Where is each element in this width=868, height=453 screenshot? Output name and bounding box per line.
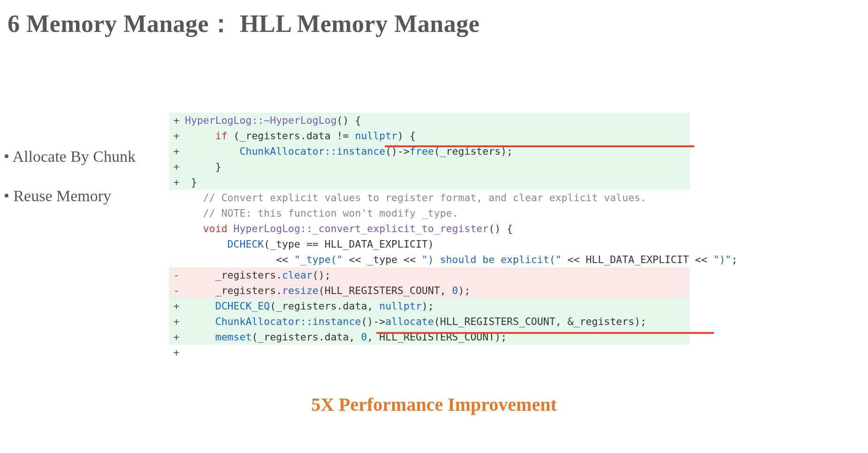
code-token: () { — [488, 223, 513, 234]
code-token: (_registers.data, — [270, 300, 379, 312]
code-token: << HLL_DATA_EXPLICIT << — [562, 254, 714, 265]
code-token: allocate — [385, 316, 434, 327]
code-token — [185, 316, 215, 327]
bullet-allocate: Allocate By Chunk — [4, 148, 159, 166]
diff-sign: - — [172, 267, 181, 283]
code-token: HyperLogLog::~HyperLogLog — [185, 114, 337, 126]
code-line: - _registers.resize(HLL_REGISTERS_COUNT,… — [169, 283, 690, 298]
code-token: resize — [282, 285, 319, 296]
code-line: << "_type(" << _type << ") should be exp… — [169, 252, 690, 267]
code-token: (); — [312, 269, 331, 281]
code-line: + if (_registers.data != nullptr) { — [169, 128, 690, 143]
slide-title: 6 Memory Manage： HLL Memory Manage — [8, 8, 480, 40]
code-token: (_type == HLL_DATA_EXPLICIT) — [264, 238, 434, 250]
code-token: ; — [731, 254, 738, 265]
code-token: if — [215, 130, 228, 142]
code-token: _registers. — [185, 285, 282, 296]
code-token: 0 — [452, 285, 458, 296]
code-token: ")" — [713, 254, 731, 265]
code-token: << — [185, 254, 294, 265]
code-token — [185, 223, 203, 234]
code-token: void — [203, 223, 228, 234]
code-line: +HyperLogLog::~HyperLogLog() { — [169, 113, 690, 128]
diff-sign: + — [172, 128, 181, 143]
code-token: (_registers.data != — [228, 130, 355, 142]
code-token: HyperLogLog::_convert_explicit_to_regist… — [234, 223, 489, 234]
code-token: "_type(" — [294, 254, 343, 265]
code-token: ()-> — [361, 316, 385, 327]
code-token: ) { — [397, 130, 416, 142]
code-line: + } — [169, 174, 690, 190]
performance-callout: 5X Performance Improvement — [0, 393, 868, 415]
code-line: + DCHECK_EQ(_registers.data, nullptr); — [169, 298, 690, 314]
emphasis-underline-1 — [385, 145, 694, 147]
code-token: DCHECK — [228, 238, 264, 250]
code-token: } — [185, 161, 221, 173]
code-token: ChunkAllocator::instance — [240, 145, 386, 157]
code-token: (HLL_REGISTERS_COUNT, — [319, 285, 452, 296]
code-token: 0 — [361, 331, 367, 343]
code-token — [185, 300, 215, 312]
code-token: memset — [215, 331, 252, 343]
code-token: } — [185, 176, 197, 188]
diff-sign: + — [172, 113, 181, 128]
bullet-reuse: Reuse Memory — [4, 187, 159, 205]
slide: 6 Memory Manage： HLL Memory Manage Alloc… — [0, 0, 868, 453]
code-token: (HLL_REGISTERS_COUNT, &_registers); — [434, 316, 647, 327]
code-token: ") should be explicit(" — [422, 254, 562, 265]
code-token: ChunkAllocator::instance — [215, 316, 361, 327]
code-token — [228, 223, 234, 234]
code-token — [185, 192, 203, 204]
emphasis-underline-2 — [376, 332, 714, 334]
code-token: // NOTE: this function won't modify _typ… — [203, 207, 458, 219]
code-line: // Convert explicit values to register f… — [169, 190, 690, 205]
diff-sign: + — [172, 159, 181, 174]
code-token: clear — [282, 269, 312, 281]
code-token: ); — [458, 285, 471, 296]
code-token: _registers. — [185, 269, 282, 281]
code-token: nullptr — [355, 130, 397, 142]
code-token — [185, 238, 228, 250]
code-token: ); — [422, 300, 434, 312]
code-line: + } — [169, 159, 690, 174]
code-token — [185, 207, 203, 219]
code-token: (_registers.data, — [251, 331, 361, 343]
code-line: void HyperLogLog::_convert_explicit_to_r… — [169, 221, 690, 236]
bullet-list: Allocate By Chunk Reuse Memory — [4, 148, 159, 226]
diff-sign: + — [172, 314, 181, 329]
diff-sign: + — [172, 345, 181, 360]
code-diff-block: +HyperLogLog::~HyperLogLog() {+ if (_reg… — [169, 51, 690, 345]
diff-sign: + — [172, 143, 181, 159]
code-token: () { — [337, 114, 361, 126]
diff-sign: + — [172, 174, 181, 190]
code-token — [185, 331, 215, 343]
code-token: // Convert explicit values to register f… — [203, 192, 647, 204]
code-token: << _type << — [343, 254, 422, 265]
code-token — [185, 145, 240, 157]
code-line: + ChunkAllocator::instance()->allocate(H… — [169, 314, 690, 329]
code-token — [185, 130, 215, 142]
code-line: - _registers.clear(); — [169, 267, 690, 283]
code-line: // NOTE: this function won't modify _typ… — [169, 205, 690, 221]
code-token: DCHECK_EQ — [215, 300, 270, 312]
diff-sign: + — [172, 298, 181, 314]
code-token: nullptr — [379, 300, 422, 312]
code-line: DCHECK(_type == HLL_DATA_EXPLICIT) — [169, 236, 690, 252]
diff-sign: - — [172, 283, 181, 298]
code-line: + memset(_registers.data, 0, HLL_REGISTE… — [169, 329, 690, 345]
diff-sign: + — [172, 329, 181, 345]
